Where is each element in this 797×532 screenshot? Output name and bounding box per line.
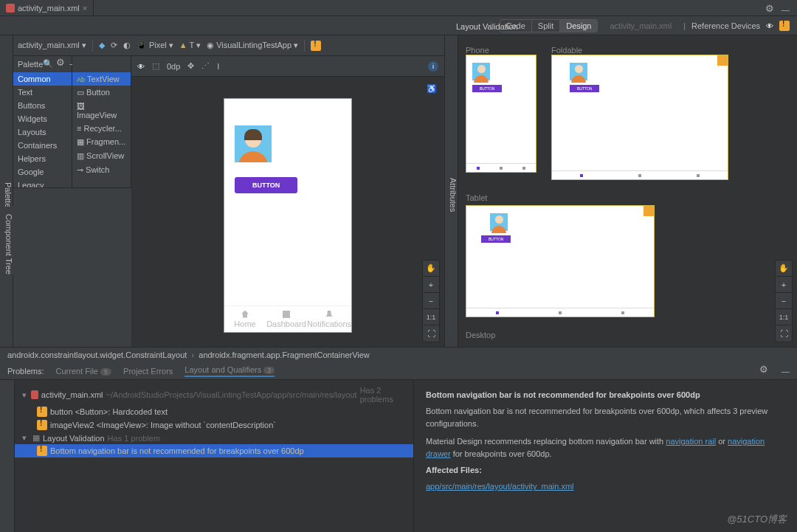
detail-body: Bottom navigation bar is not recommended…	[426, 405, 785, 429]
warning-icon[interactable]	[717, 55, 728, 66]
phone-preview[interactable]: BUTTON	[466, 55, 536, 173]
zoom-in-icon[interactable]: +	[776, 277, 792, 293]
desktop-label: Desktop	[466, 331, 790, 339]
zoom-fit-icon[interactable]: 1:1	[776, 309, 792, 325]
palette-item-fragment[interactable]: ▦ Fragmen...	[72, 135, 131, 149]
device-dropdown[interactable]: 📱 Pixel ▾	[137, 41, 173, 50]
minimize-icon[interactable]: —	[782, 367, 790, 376]
file-icon	[6, 4, 15, 13]
toolbar-warning-icon[interactable]	[311, 41, 321, 51]
avatar-image[interactable]	[235, 125, 272, 162]
info-icon[interactable]: i	[428, 61, 438, 72]
design-surface[interactable]: ♿ BUTTON Home Dashboard Notifications ✋ …	[131, 77, 444, 347]
palette-title: Palette	[18, 60, 43, 69]
palette-cat-containers[interactable]: Containers	[13, 139, 72, 152]
watermark: @51CTO博客	[727, 513, 787, 526]
reference-devices[interactable]: Reference Devices	[691, 21, 760, 30]
component-tree-side-tab[interactable]: Component Tree	[0, 207, 13, 274]
tree-selected-warning[interactable]: Bottom navigation bar is not recommended…	[15, 444, 413, 457]
zoom-out-icon[interactable]: −	[423, 293, 439, 309]
problems-panel: Problems: Current File 5 Project Errors …	[0, 362, 797, 532]
tab-layout-qualifiers[interactable]: Layout and Qualifiers 3	[184, 365, 275, 377]
nav-notifications[interactable]: Notifications	[307, 306, 351, 332]
main-area: Palette activity_main.xml ▾ ◆ ⟳ ◐ 📱 Pixe…	[0, 35, 797, 347]
button-widget[interactable]: BUTTON	[235, 177, 297, 193]
palette-cat-layouts[interactable]: Layouts	[13, 125, 72, 139]
theme-dropdown[interactable]: ◉ VisualLintingTestApp ▾	[207, 41, 298, 50]
attributes-side-tab[interactable]: Attributes	[444, 35, 458, 347]
detail-body: Material Design recommends replacing bot…	[426, 435, 785, 460]
zoom-fit-icon[interactable]: 1:1	[423, 309, 439, 325]
warning-icon[interactable]	[644, 206, 654, 216]
api-dropdown[interactable]: ▲ T ▾	[179, 41, 201, 50]
palette-gear-icon[interactable]	[56, 59, 66, 69]
tree-layout-validation-row[interactable]: ▾▦ Layout Validation Has 1 problem	[15, 432, 413, 444]
accessibility-icon[interactable]: ♿	[427, 84, 437, 94]
file-dropdown[interactable]: activity_main.xml ▾	[18, 41, 86, 50]
breadcrumb-item[interactable]: androidx.constraintlayout.widget.Constra…	[7, 350, 187, 359]
split-mode[interactable]: Split	[532, 20, 560, 32]
palette-cat-helpers[interactable]: Helpers	[13, 152, 72, 165]
magic-icon[interactable]: ⋰	[201, 61, 210, 71]
palette-item-recycler[interactable]: ≡ Recycler...	[72, 122, 131, 135]
visibility-icon[interactable]	[137, 62, 145, 71]
inactive-val-tab[interactable]: activity_main.xml	[604, 21, 677, 30]
zoom-controls: ✋ + − 1:1 ⛶	[422, 260, 440, 342]
palette-cat-common[interactable]: Common	[13, 72, 72, 86]
warning-icon[interactable]	[779, 21, 790, 31]
palette-item-button[interactable]: ▭ Button	[72, 86, 131, 100]
affected-file-link[interactable]: app/src/main/res/layout/activity_main.xm…	[426, 482, 574, 491]
zoom-out-icon[interactable]: −	[776, 293, 792, 309]
nav-dashboard[interactable]: Dashboard	[266, 306, 307, 332]
pan-tool-icon[interactable]: ✋	[776, 260, 792, 277]
palette-cat-text[interactable]: Text	[13, 86, 72, 99]
pan-tool-icon[interactable]: ✋	[423, 260, 439, 277]
zoom-value[interactable]: 0dp	[167, 62, 180, 71]
palette-item-imageview[interactable]: 🖼 ImageView	[72, 100, 131, 122]
select-icon[interactable]: ⬚	[152, 61, 159, 71]
palette-item-scrollview[interactable]: ▥ ScrollView	[72, 149, 131, 163]
orientation-icon[interactable]: ⟳	[111, 41, 117, 50]
layout-validation-title: Layout Validation	[456, 22, 518, 31]
tablet-preview[interactable]: BUTTON	[466, 205, 655, 317]
gear-icon[interactable]	[765, 5, 776, 15]
nav-rail-link[interactable]: navigation rail	[666, 437, 716, 446]
search-icon[interactable]: 🔍	[43, 59, 53, 69]
file-tab-label: activity_main.xml	[18, 4, 80, 13]
tree-file-row[interactable]: ▾ activity_main.xml ~/AndroidStudioProje…	[15, 384, 413, 405]
align-icon[interactable]: I	[217, 62, 219, 71]
tab-project-errors[interactable]: Project Errors	[123, 367, 173, 376]
surface-icon[interactable]: ◆	[99, 41, 105, 50]
zoom-in-icon[interactable]: +	[423, 277, 439, 293]
close-icon[interactable]: ×	[83, 4, 87, 13]
detail-title: Bottom navigation bar is not recommended…	[426, 390, 785, 399]
warning-icon	[37, 420, 47, 430]
problems-tree: ▾ activity_main.xml ~/AndroidStudioProje…	[15, 380, 413, 532]
warning-icon	[37, 407, 47, 417]
tree-warning-row[interactable]: imageView2 <ImageView>: Image without `c…	[15, 418, 413, 432]
bottom-nav[interactable]: Home Dashboard Notifications	[224, 305, 351, 332]
palette-items: Ab TextView ▭ Button 🖼 ImageView ≡ Recyc…	[72, 56, 131, 187]
device-preview[interactable]: BUTTON Home Dashboard Notifications	[224, 99, 351, 332]
file-tab[interactable]: activity_main.xml ×	[0, 0, 94, 16]
problems-gutter	[0, 380, 15, 532]
palette-item-textview[interactable]: Ab TextView	[72, 72, 131, 86]
tree-warning-row[interactable]: button <Button>: Hardcoded text	[15, 405, 413, 418]
nav-home[interactable]: Home	[224, 306, 266, 332]
palette-cat-buttons[interactable]: Buttons	[13, 99, 72, 112]
palette-cat-google[interactable]: Google	[13, 165, 72, 179]
zoom-actual-icon[interactable]: ⛶	[423, 325, 439, 342]
foldable-preview[interactable]: BUTTON	[551, 55, 728, 180]
breadcrumb-item[interactable]: androidx.fragment.app.FragmentContainerV…	[199, 350, 370, 359]
nightmode-icon[interactable]: ◐	[123, 41, 131, 50]
tab-current-file[interactable]: Current File 5	[56, 367, 112, 376]
design-mode[interactable]: Design	[560, 20, 597, 32]
visibility-icon[interactable]	[766, 21, 773, 30]
minimize-icon[interactable]: —	[782, 5, 790, 15]
palette-side-tab[interactable]: Palette	[0, 35, 13, 347]
palette-item-switch[interactable]: ⊸ Switch	[72, 163, 131, 177]
palette-cat-widgets[interactable]: Widgets	[13, 112, 72, 125]
pan-icon[interactable]: ✥	[187, 61, 194, 71]
problems-gear-icon[interactable]	[759, 366, 770, 376]
zoom-actual-icon[interactable]: ⛶	[776, 325, 792, 342]
